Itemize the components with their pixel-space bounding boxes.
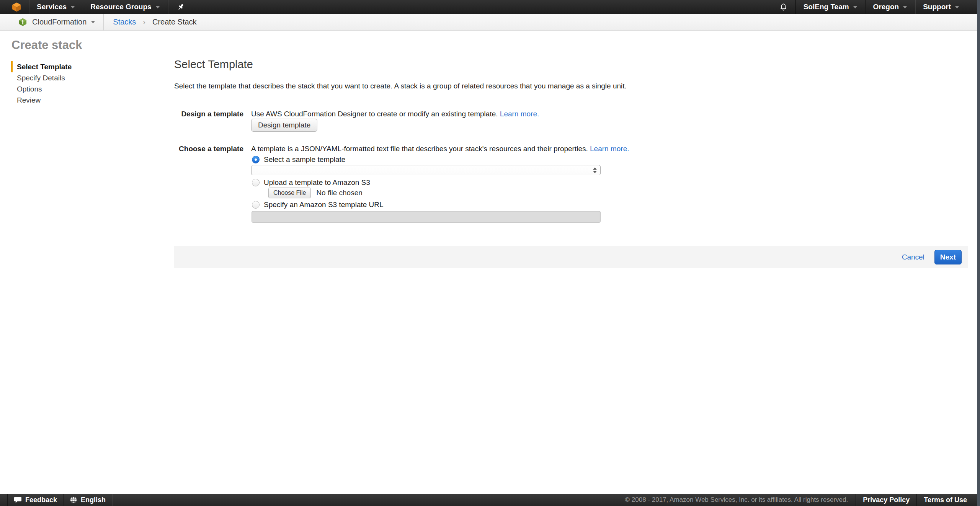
- wizard-step-review[interactable]: Review: [11, 95, 72, 106]
- choose-file-button[interactable]: Choose File: [268, 188, 311, 198]
- wizard-step-options[interactable]: Options: [11, 83, 72, 95]
- cancel-button[interactable]: Cancel: [902, 253, 924, 261]
- breadcrumb-stacks-link[interactable]: Stacks: [113, 18, 136, 26]
- section-intro: Select the template that describes the s…: [174, 82, 627, 90]
- wizard-steps: Select Template Specify Details Options …: [11, 61, 72, 106]
- file-status-text: No file chosen: [316, 189, 362, 197]
- terms-of-use-link[interactable]: Terms of Use: [917, 496, 974, 504]
- select-stepper-icon: [593, 167, 597, 173]
- service-dropdown[interactable]: CloudFormation: [18, 18, 95, 26]
- top-nav-bar: Services Resource Groups SolEng Team: [0, 0, 980, 14]
- chevron-down-icon: [955, 6, 959, 8]
- radio-option-sample-template[interactable]: Select a sample template: [252, 155, 345, 164]
- aws-cube-icon: [11, 2, 22, 12]
- nav-resource-groups-label: Resource Groups: [90, 3, 151, 11]
- nav-region-menu[interactable]: Oregon: [866, 0, 915, 14]
- radio-unselected-icon[interactable]: [252, 201, 260, 209]
- scrollbar[interactable]: [977, 0, 980, 506]
- nav-region-label: Oregon: [873, 3, 899, 11]
- nav-services-label: Services: [37, 3, 67, 11]
- bell-icon[interactable]: [771, 3, 795, 11]
- feedback-label: Feedback: [25, 496, 57, 504]
- breadcrumb-separator: ›: [143, 18, 145, 26]
- radio-option-template-url[interactable]: Specify an Amazon S3 template URL: [252, 201, 384, 209]
- feedback-button[interactable]: Feedback: [8, 494, 63, 506]
- divider: [103, 14, 104, 31]
- wizard-step-specify-details[interactable]: Specify Details: [11, 72, 72, 83]
- globe-icon: [70, 496, 77, 504]
- speech-bubble-icon: [14, 496, 22, 504]
- language-button[interactable]: English: [64, 494, 112, 506]
- design-template-button[interactable]: Design template: [251, 119, 317, 132]
- chevron-down-icon: [155, 6, 160, 8]
- privacy-policy-link[interactable]: Privacy Policy: [856, 496, 916, 504]
- nav-services-menu[interactable]: Services: [29, 0, 83, 14]
- radio-label: Select a sample template: [264, 155, 345, 164]
- design-learn-more-link[interactable]: Learn more.: [500, 110, 539, 118]
- nav-account-menu[interactable]: SolEng Team: [796, 0, 865, 14]
- nav-resource-groups-menu[interactable]: Resource Groups: [83, 0, 167, 14]
- design-template-label: Design a template: [174, 110, 243, 118]
- divider: [112, 494, 112, 506]
- copyright-text: © 2008 - 2017, Amazon Web Services, Inc.…: [617, 496, 856, 504]
- page-title: Create stack: [11, 38, 82, 52]
- choose-learn-more-link[interactable]: Learn more.: [590, 145, 629, 153]
- choose-template-label: Choose a template: [174, 145, 243, 153]
- sample-template-select[interactable]: [251, 165, 601, 175]
- section-heading: Select Template: [174, 58, 253, 71]
- top-nav-right: SolEng Team Oregon Support: [771, 0, 980, 14]
- file-upload-control: Choose File No file chosen: [268, 188, 363, 198]
- choose-template-description: A template is a JSON/YAML-formatted text…: [251, 145, 629, 153]
- wizard-step-select-template[interactable]: Select Template: [11, 61, 72, 72]
- design-template-description: Use AWS CloudFormation Designer to creat…: [251, 110, 539, 118]
- radio-unselected-icon[interactable]: [252, 179, 260, 186]
- chevron-down-icon: [70, 6, 75, 8]
- chevron-down-icon: [853, 6, 858, 8]
- language-label: English: [81, 496, 106, 504]
- chevron-down-icon: [903, 6, 907, 8]
- radio-selected-icon[interactable]: [252, 156, 260, 163]
- aws-logo-icon[interactable]: [11, 2, 22, 12]
- radio-label: Specify an Amazon S3 template URL: [264, 201, 384, 209]
- chevron-down-icon: [91, 21, 95, 23]
- footer-bar: Feedback English © 2008 - 2017, Amazon W…: [0, 494, 980, 506]
- radio-label: Upload a template to Amazon S3: [264, 178, 370, 187]
- cloudformation-icon: [18, 18, 27, 26]
- breadcrumb: CloudFormation Stacks › Create Stack: [0, 14, 980, 31]
- nav-account-label: SolEng Team: [804, 3, 849, 11]
- next-button[interactable]: Next: [934, 250, 962, 264]
- pin-icon[interactable]: [168, 3, 193, 11]
- nav-support-label: Support: [923, 3, 951, 11]
- wizard-action-bar: Cancel Next: [174, 246, 968, 268]
- breadcrumb-current: Create Stack: [152, 18, 197, 26]
- nav-support-menu[interactable]: Support: [915, 0, 967, 14]
- divider: [174, 78, 969, 78]
- service-name: CloudFormation: [32, 18, 87, 26]
- footer-right: © 2008 - 2017, Amazon Web Services, Inc.…: [617, 494, 980, 506]
- template-url-input[interactable]: [252, 211, 601, 223]
- radio-option-upload-s3[interactable]: Upload a template to Amazon S3: [252, 178, 370, 187]
